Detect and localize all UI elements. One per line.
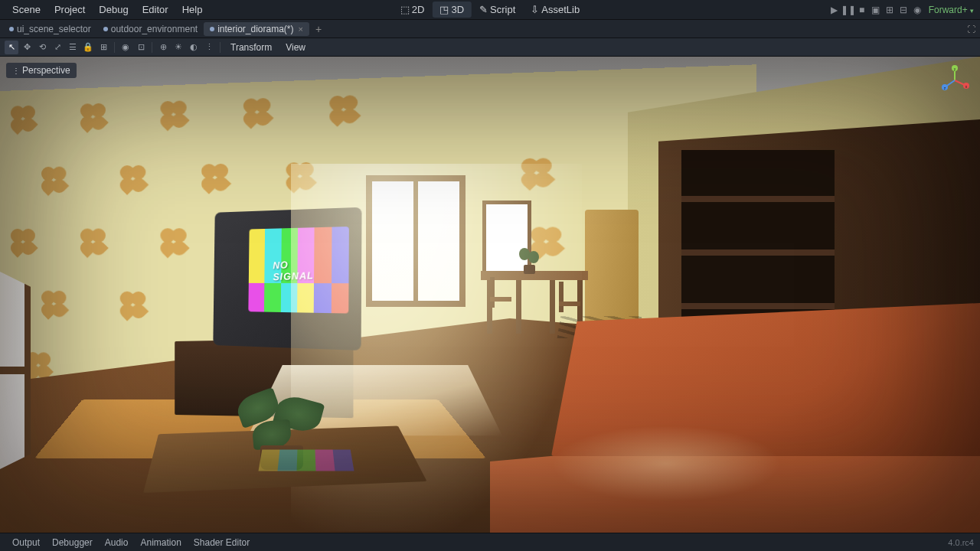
close-icon[interactable]: × <box>299 24 303 34</box>
render-button[interactable]: ◉ <box>912 5 923 15</box>
scene-tab-2[interactable]: interior_diorama(*)× <box>204 22 309 36</box>
group-tool[interactable]: ⊞ <box>96 41 110 54</box>
sofa-object <box>490 303 980 533</box>
mode-2d-button[interactable]: ⬚2D <box>393 2 433 18</box>
scene-tab-0[interactable]: ui_scene_selector <box>3 22 97 36</box>
scale-tool[interactable]: ⤢ <box>51 41 64 54</box>
select-tool[interactable]: ↖ <box>5 41 18 54</box>
mode-3d-button[interactable]: ◳3D <box>432 2 472 18</box>
toolbar-separator <box>152 42 152 53</box>
toolbar-separator <box>220 42 220 53</box>
camera-tool[interactable]: ⊕ <box>156 41 170 54</box>
tv-object: NO SIGNAL <box>213 207 361 350</box>
animation-panel-button[interactable]: Animation <box>134 536 187 549</box>
menu-left-group: Scene Project Debug Editor Help <box>6 2 208 18</box>
menu-scene[interactable]: Scene <box>6 2 47 18</box>
mode-script-button[interactable]: ✎Script <box>472 2 523 18</box>
snap-tool[interactable]: ⊡ <box>134 41 148 54</box>
scene-tab-1[interactable]: outdoor_environment <box>97 22 204 36</box>
perspective-label-text: Perspective <box>22 65 70 76</box>
pause-button[interactable]: ❚❚ <box>843 5 854 15</box>
lock-tool[interactable]: 🔒 <box>81 41 95 54</box>
scene-dot-icon <box>9 27 14 31</box>
workspace-switcher: ⬚2D ◳3D ✎Script ⇩AssetLib <box>393 2 587 18</box>
audio-panel-button[interactable]: Audio <box>99 536 135 549</box>
expand-viewport-button[interactable]: ⛶ <box>967 24 975 34</box>
mode-assetlib-button[interactable]: ⇩AssetLib <box>523 2 587 18</box>
scene-tab-1-label: outdoor_environment <box>111 24 198 34</box>
play-custom-button[interactable]: ⊞ <box>884 5 895 15</box>
perspective-dropdown[interactable]: ⋮ Perspective <box>6 63 77 78</box>
stop-button[interactable]: ■ <box>857 5 867 15</box>
move-tool[interactable]: ✥ <box>20 41 34 54</box>
scene-tab-2-label: interior_diorama(*) <box>217 24 293 34</box>
menu-editor[interactable]: Editor <box>136 2 175 18</box>
top-menu-bar: Scene Project Debug Editor Help ⬚2D ◳3D … <box>0 0 980 20</box>
transform-menu[interactable]: Transform <box>224 41 278 54</box>
mode-2d-label: 2D <box>412 4 425 15</box>
chevron-down-icon: ▾ <box>970 7 974 15</box>
rotate-tool[interactable]: ⟲ <box>35 41 49 54</box>
viewport-3d[interactable]: ⋮ Perspective y x z <box>0 57 980 533</box>
menu-help[interactable]: Help <box>176 2 209 18</box>
play-controls: ▶ ❚❚ ■ ▣ ⊞ ⊟ ◉ <box>829 5 923 15</box>
env-tool[interactable]: ◐ <box>187 41 201 54</box>
scene-dot-icon <box>103 27 108 31</box>
renderer-dropdown[interactable]: Forward+ ▾ <box>929 5 974 15</box>
menu-right-group: ▶ ❚❚ ■ ▣ ⊞ ⊟ ◉ Forward+ ▾ <box>829 5 974 15</box>
movie-button[interactable]: ⊟ <box>898 5 909 15</box>
renderer-label: Forward+ <box>929 5 968 15</box>
drag-handle-icon: ⋮ <box>12 67 19 75</box>
mode-script-label: Script <box>490 4 515 15</box>
play-scene-button[interactable]: ▣ <box>871 5 881 15</box>
mode-assetlib-label: AssetLib <box>541 4 580 15</box>
scene-render: NO SIGNAL <box>0 57 980 533</box>
add-tab-button[interactable]: + <box>312 23 325 35</box>
mode-2d-icon: ⬚ <box>400 4 410 15</box>
shader-editor-panel-button[interactable]: Shader Editor <box>188 536 256 549</box>
sun-tool[interactable]: ☀ <box>172 41 185 54</box>
tv-signal-text: NO SIGNAL <box>273 257 323 282</box>
scene-tab-0-label: ui_scene_selector <box>17 24 91 34</box>
options-tool[interactable]: ⋮ <box>202 41 216 54</box>
version-label: 4.0.rc4 <box>948 538 974 547</box>
debugger-panel-button[interactable]: Debugger <box>46 536 99 549</box>
bottom-panel-bar: Output Debugger Audio Animation Shader E… <box>0 533 980 551</box>
scene-dot-icon <box>210 27 214 31</box>
viewport-toolbar: ↖ ✥ ⟲ ⤢ ☰ 🔒 ⊞ ◉ ⊡ ⊕ ☀ ◐ ⋮ Transform View <box>0 38 980 57</box>
mode-script-icon: ✎ <box>479 4 488 15</box>
play-button[interactable]: ▶ <box>829 5 840 15</box>
local-space-tool[interactable]: ◉ <box>119 41 132 54</box>
menu-project[interactable]: Project <box>48 2 91 18</box>
toolbar-separator <box>114 42 115 53</box>
mode-assetlib-icon: ⇩ <box>531 4 539 15</box>
list-tool[interactable]: ☰ <box>66 41 80 54</box>
menu-debug[interactable]: Debug <box>93 2 134 18</box>
scene-tab-bar: ui_scene_selector outdoor_environment in… <box>0 20 980 38</box>
view-menu[interactable]: View <box>279 41 312 54</box>
orientation-gizmo[interactable]: y x z <box>939 64 971 96</box>
mode-3d-label: 3D <box>451 4 464 15</box>
output-panel-button[interactable]: Output <box>6 536 46 549</box>
mode-3d-icon: ◳ <box>439 4 449 15</box>
